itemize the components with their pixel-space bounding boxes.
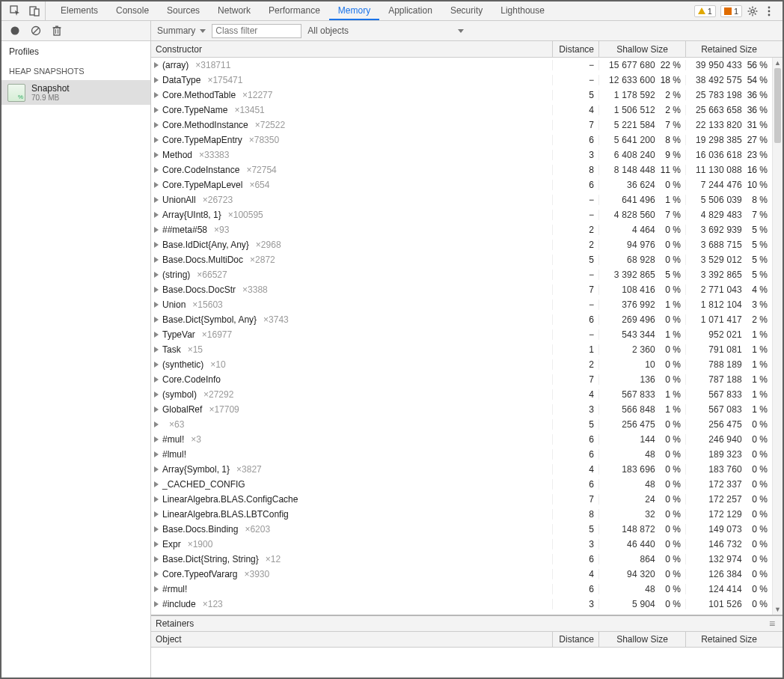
warnings-badge[interactable]: 1: [694, 5, 716, 17]
table-row[interactable]: _CACHED_CONFIG6480 %172 3370 %: [151, 477, 772, 492]
expand-icon[interactable]: [154, 392, 159, 398]
errors-badge[interactable]: 1: [720, 5, 742, 17]
table-row[interactable]: Union×15603−376 9921 %1 812 1043 %: [151, 297, 772, 312]
expand-icon[interactable]: [154, 347, 159, 353]
tab-memory[interactable]: Memory: [329, 1, 379, 20]
scrollbar[interactable]: ▲ ▼: [772, 58, 783, 615]
expand-icon[interactable]: [154, 421, 159, 427]
table-row[interactable]: ##meta#58×9324 4640 %3 692 9395 %: [151, 222, 772, 237]
table-row[interactable]: Core.MethodTable×1227751 178 5922 %25 78…: [151, 88, 772, 103]
expand-icon[interactable]: [154, 317, 159, 323]
expand-icon[interactable]: [154, 137, 159, 143]
scroll-down-icon[interactable]: ▼: [773, 604, 783, 615]
expand-icon[interactable]: [154, 377, 159, 383]
tab-lighthouse[interactable]: Lighthouse: [491, 1, 554, 20]
expand-icon[interactable]: [154, 526, 159, 532]
table-row[interactable]: Core.TypeName×1345141 506 5122 %25 663 6…: [151, 103, 772, 118]
table-row[interactable]: (string)×66527−3 392 8655 %3 392 8655 %: [151, 267, 772, 282]
expand-icon[interactable]: [154, 242, 159, 248]
table-row[interactable]: Base.Dict{Symbol, Any}×37436269 4960 %1 …: [151, 312, 772, 327]
inspect-element-icon[interactable]: [9, 5, 21, 17]
expand-icon[interactable]: [154, 197, 159, 203]
col-distance-2[interactable]: Distance: [552, 632, 598, 647]
expand-icon[interactable]: [154, 182, 159, 188]
tab-network[interactable]: Network: [209, 1, 260, 20]
table-row[interactable]: #lmul!6480 %189 3230 %: [151, 447, 772, 462]
col-distance[interactable]: Distance: [552, 41, 598, 57]
expand-icon[interactable]: [154, 257, 159, 263]
table-row[interactable]: Base.Docs.Binding×62035148 8720 %149 073…: [151, 522, 772, 537]
table-row[interactable]: Array{UInt8, 1}×100595−4 828 5607 %4 829…: [151, 207, 772, 222]
table-row[interactable]: GlobalRef×177093566 8481 %567 0831 %: [151, 402, 772, 417]
expand-icon[interactable]: [154, 62, 159, 68]
expand-icon[interactable]: [154, 586, 159, 592]
table-row[interactable]: TypeVar×16977−543 3441 %952 0211 %: [151, 327, 772, 342]
snapshot-item[interactable]: Snapshot 70.9 MB: [1, 80, 150, 105]
clear-icon[interactable]: [30, 25, 42, 37]
expand-icon[interactable]: [154, 496, 159, 502]
table-row[interactable]: LinearAlgebra.BLAS.LBTConfig8320 %172 12…: [151, 507, 772, 522]
expand-icon[interactable]: [154, 212, 159, 218]
table-row[interactable]: Core.TypeMapLevel×654636 6240 %7 244 476…: [151, 177, 772, 192]
table-row[interactable]: Core.CodeInfo71360 %787 1881 %: [151, 372, 772, 387]
expand-icon[interactable]: [154, 481, 159, 487]
expand-icon[interactable]: [154, 107, 159, 113]
expand-icon[interactable]: [154, 451, 159, 457]
expand-icon[interactable]: [154, 407, 159, 412]
expand-icon[interactable]: [154, 167, 159, 173]
expand-icon[interactable]: [154, 556, 159, 562]
expand-icon[interactable]: [154, 92, 159, 98]
expand-icon[interactable]: [154, 302, 159, 308]
expand-icon[interactable]: [154, 77, 159, 83]
expand-icon[interactable]: [154, 287, 159, 293]
expand-icon[interactable]: [154, 227, 159, 233]
expand-icon[interactable]: [154, 436, 159, 442]
scroll-up-icon[interactable]: ▲: [773, 58, 783, 68]
col-shallow-2[interactable]: Shallow Size: [598, 632, 685, 647]
tab-security[interactable]: Security: [441, 1, 491, 20]
class-filter-input[interactable]: [212, 24, 301, 38]
table-row[interactable]: #include×12335 9040 %101 5260 %: [151, 597, 772, 612]
settings-icon[interactable]: [747, 5, 759, 17]
table-row[interactable]: (array)×318711−15 677 68022 %39 950 4335…: [151, 58, 772, 73]
expand-icon[interactable]: [154, 601, 159, 607]
table-row[interactable]: Expr×1900346 4400 %146 7320 %: [151, 537, 772, 552]
tab-console[interactable]: Console: [107, 1, 158, 20]
more-icon[interactable]: [763, 5, 775, 17]
expand-icon[interactable]: [154, 362, 159, 368]
expand-icon[interactable]: [154, 122, 159, 128]
table-row[interactable]: Core.TypeMapEntry×7835065 641 2008 %19 2…: [151, 133, 772, 147]
table-row[interactable]: DataType×175471−12 633 60018 %38 492 575…: [151, 73, 772, 88]
table-row[interactable]: Core.MethodInstance×7252275 221 5847 %22…: [151, 118, 772, 133]
tab-application[interactable]: Application: [379, 1, 441, 20]
table-row[interactable]: Task×1512 3600 %791 0811 %: [151, 342, 772, 357]
record-icon[interactable]: [9, 25, 21, 37]
expand-icon[interactable]: [154, 272, 159, 278]
scroll-thumb[interactable]: [774, 68, 781, 143]
table-row[interactable]: #rmul!6480 %124 4140 %: [151, 582, 772, 597]
table-row[interactable]: Base.Dict{String, String}×1268640 %132 9…: [151, 552, 772, 567]
table-row[interactable]: UnionAll×26723−641 4961 %5 506 0398 %: [151, 192, 772, 207]
table-row[interactable]: ×635256 4750 %256 4750 %: [151, 417, 772, 432]
col-object[interactable]: Object: [151, 634, 552, 645]
col-retained-size[interactable]: Retained Size: [685, 41, 772, 57]
col-shallow-size[interactable]: Shallow Size: [598, 41, 685, 57]
objects-filter-dropdown[interactable]: All objects: [307, 25, 464, 36]
table-row[interactable]: (synthetic)×102100 %788 1891 %: [151, 357, 772, 372]
table-row[interactable]: Base.Docs.MultiDoc×2872568 9280 %3 529 0…: [151, 252, 772, 267]
col-retained-2[interactable]: Retained Size: [685, 632, 772, 647]
table-row[interactable]: Method×3338336 408 2409 %16 036 61823 %: [151, 147, 772, 162]
table-row[interactable]: Base.Docs.DocStr×33887108 4160 %2 771 04…: [151, 282, 772, 297]
device-toggle-icon[interactable]: [28, 5, 40, 17]
table-row[interactable]: #mul!×361440 %246 9400 %: [151, 432, 772, 447]
expand-icon[interactable]: [154, 511, 159, 517]
table-row[interactable]: Core.CodeInstance×7275488 148 44811 %11 …: [151, 162, 772, 177]
tab-sources[interactable]: Sources: [158, 1, 209, 20]
table-row[interactable]: Array{Symbol, 1}×38274183 6960 %183 7600…: [151, 462, 772, 477]
table-row[interactable]: (symbol)×272924567 8331 %567 8331 %: [151, 387, 772, 402]
expand-icon[interactable]: [154, 152, 159, 158]
tab-performance[interactable]: Performance: [260, 1, 329, 20]
expand-icon[interactable]: [154, 466, 159, 472]
expand-icon[interactable]: [154, 332, 159, 338]
retainers-bar[interactable]: Retainers: [151, 615, 783, 631]
